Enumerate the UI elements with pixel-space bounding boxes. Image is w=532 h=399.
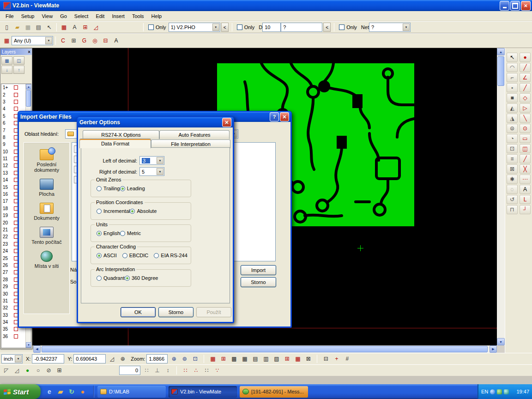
layer-color-swatch[interactable] (14, 334, 18, 339)
print-icon[interactable]: ▤ (34, 23, 43, 32)
split-rect-icon[interactable]: ◫ (520, 144, 531, 153)
menu-item[interactable]: Select (71, 12, 92, 20)
grid-table-icon[interactable]: ⊞ (80, 23, 90, 32)
diagonal-measure-icon[interactable]: ◿ (91, 23, 101, 32)
step-fwd-icon[interactable]: ◿ (12, 366, 22, 375)
dcode-value-field[interactable]: 10 (262, 23, 281, 32)
dots-icon[interactable]: ⋯ (520, 175, 531, 184)
pad-pair-icon[interactable]: ⊟ (101, 36, 110, 45)
import-button[interactable]: Import (241, 265, 276, 275)
close-icon[interactable] (222, 118, 231, 127)
grid-table-icon[interactable]: ⊞ (54, 366, 64, 375)
layer-list-icon[interactable]: ◫ (13, 56, 24, 65)
scroll-down-icon[interactable] (26, 342, 31, 348)
tray-network-icon[interactable] (504, 389, 509, 394)
menu-item[interactable]: File (2, 12, 18, 20)
chevron-down-icon[interactable] (157, 168, 163, 175)
menu-item[interactable]: Insert (108, 12, 128, 20)
bracket-icon[interactable]: ⊓ (507, 205, 518, 214)
measure-diagonal-icon[interactable]: ◿ (107, 354, 117, 363)
dashed-circle-icon[interactable]: ◌ (507, 185, 518, 194)
zoom-all-icon[interactable]: ⊚ (180, 354, 189, 363)
place-item[interactable]: Plocha (25, 179, 68, 197)
restore-button[interactable] (510, 1, 520, 11)
pad-grid4-icon[interactable]: ▥ (261, 354, 271, 363)
pad-grid-icon[interactable]: ▩ (229, 354, 239, 363)
prev-dcode-button[interactable]: < (323, 23, 331, 32)
rect-outline-icon[interactable]: ▭ (520, 134, 531, 143)
start-button[interactable]: Start (0, 384, 41, 399)
only-net-checkbox[interactable] (339, 24, 345, 30)
corner-icon[interactable]: ⌐ (507, 73, 518, 82)
highlight-dot-icon[interactable]: ● (23, 366, 32, 375)
tab-rs274x-options[interactable]: RS274-X Options (83, 130, 159, 139)
star-burst-icon[interactable]: ✱ (507, 175, 518, 184)
zoom-value-field[interactable]: 1.8866 (146, 354, 168, 363)
x-coordinate-field[interactable]: -0.942237 (32, 354, 64, 363)
language-bar-icon[interactable] (490, 389, 495, 394)
apply-button[interactable]: Použít (196, 307, 231, 317)
grid-red3-icon[interactable]: ▦ (293, 354, 302, 363)
radio-option[interactable]: ASCII (97, 253, 117, 258)
radio-option[interactable]: EBCDIC (122, 253, 149, 258)
small-square-icon[interactable]: ▪ (507, 83, 518, 92)
layer-color-swatch[interactable] (14, 107, 18, 111)
trace-line-icon[interactable]: ╱ (520, 83, 531, 92)
arc-right-icon[interactable]: ▷ (520, 103, 531, 113)
layers-stack-icon[interactable]: ≡ (507, 154, 518, 163)
radio-option[interactable]: 360 Degree (125, 275, 158, 281)
open-folder-icon[interactable]: ▰ (12, 23, 22, 32)
close-button[interactable] (521, 1, 531, 11)
origin-crosshair-icon[interactable]: ⊕ (118, 354, 127, 363)
ok-button[interactable]: OK (121, 307, 156, 317)
language-indicator[interactable]: EN (481, 389, 488, 394)
zoom-in-icon[interactable]: ⊕ (169, 354, 179, 363)
place-item[interactable]: Tento počítač (25, 227, 68, 245)
rotation-value-field[interactable]: 0 (119, 366, 140, 375)
gcode-icon[interactable]: G (79, 36, 89, 45)
pattern-red2-icon[interactable]: ∵ (212, 366, 222, 375)
ie-icon[interactable]: e (45, 387, 54, 396)
line-diagonal-icon[interactable]: ╱ (520, 63, 531, 72)
net-combo[interactable]: ? (369, 23, 411, 32)
aperture-table-icon[interactable]: ▦ (59, 23, 69, 32)
chevron-down-icon[interactable] (212, 24, 219, 31)
horizontal-scrollbar[interactable]: ◀ ▶ (33, 345, 497, 353)
grid-red2-icon[interactable]: ⊞ (282, 354, 292, 363)
line-back-icon[interactable]: ╲ (520, 114, 531, 123)
polygon-icon[interactable]: ◇ (520, 93, 531, 103)
arrows-vert-icon[interactable]: ↕ (163, 366, 173, 375)
menu-item[interactable]: Go (56, 12, 71, 20)
help-icon[interactable] (270, 112, 279, 121)
tab-data-format[interactable]: Data Format (79, 139, 151, 148)
layer-grid-icon[interactable]: ▦ (1, 56, 12, 65)
scroll-left-icon[interactable]: ◀ (33, 345, 41, 353)
layer-row[interactable]: 2 (1, 91, 25, 98)
place-item[interactable]: Poslední dokumenty (25, 149, 68, 173)
prev-layer-button[interactable]: < (221, 23, 229, 32)
move-down-icon[interactable]: ↓ (1, 66, 12, 74)
only-dcode-toggle[interactable]: Only (237, 24, 255, 30)
only-layer-toggle[interactable]: Only (148, 24, 166, 30)
radio-option[interactable]: Absolute (130, 208, 157, 214)
scroll-down-icon[interactable]: ▼ (497, 338, 505, 345)
dcode-c-icon[interactable]: C (58, 36, 68, 45)
dot-grid-icon[interactable]: ∷ (142, 366, 151, 375)
corner-grid-icon[interactable]: # (342, 354, 352, 363)
only-net-toggle[interactable]: Only (339, 24, 357, 30)
pad-grid2-icon[interactable]: ▦ (240, 354, 249, 363)
menu-item[interactable]: Tools (128, 12, 148, 20)
place-item[interactable]: Místa v síti (25, 251, 68, 269)
grid-plus-icon[interactable]: ⊞ (218, 354, 228, 363)
taskbar-task-messenger[interactable]: [191-482-091] - Mess... (240, 386, 308, 398)
radio-option[interactable]: Leading (120, 186, 145, 191)
pad-grid3-icon[interactable]: ▤ (250, 354, 260, 363)
rotate-icon[interactable]: ↺ (507, 195, 518, 204)
pattern-dark-icon[interactable]: ∷ (202, 366, 212, 375)
only-layer-checkbox[interactable] (148, 24, 154, 30)
scroll-up-icon[interactable]: ▲ (497, 48, 505, 55)
refresh-launch-icon[interactable]: ↻ (67, 387, 76, 396)
probe-slash-icon[interactable]: ⊘ (44, 366, 54, 375)
layer-color-swatch[interactable] (14, 93, 18, 97)
menu-item[interactable]: View (38, 12, 56, 20)
